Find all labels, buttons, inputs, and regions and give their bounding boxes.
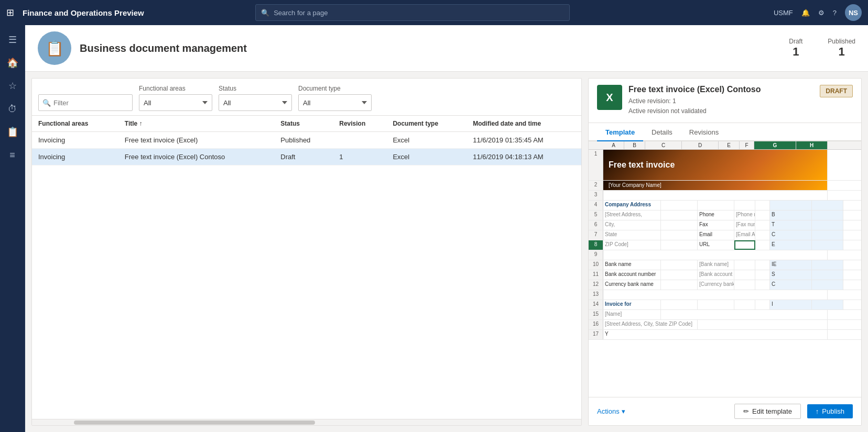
sidebar-item-workspaces[interactable]: 📋 xyxy=(2,121,23,142)
status-label: Status xyxy=(219,85,292,92)
table-row[interactable]: Invoicing Free text invoice (Excel) Cont… xyxy=(32,149,581,165)
cell-10h xyxy=(812,260,843,270)
cell-8a: ZIP Code] xyxy=(603,240,661,250)
row-num-17: 17 xyxy=(589,330,603,339)
edit-template-button[interactable]: ✏ Edit template xyxy=(734,404,801,419)
cell-revision: 1 xyxy=(333,149,386,165)
pencil-icon: ✏ xyxy=(743,407,749,415)
documents-table: Functional areas Title ↑ Status Revision… xyxy=(32,116,581,165)
row-num-13: 13 xyxy=(589,290,603,300)
status-select[interactable]: All xyxy=(219,94,292,111)
cell-14g: I xyxy=(770,300,812,309)
row-num-4: 4 xyxy=(589,201,603,210)
publish-button[interactable]: ↑ Publish xyxy=(807,404,853,418)
search-placeholder: Search for a page xyxy=(274,9,328,17)
filter-input[interactable] xyxy=(38,94,133,111)
table-row[interactable]: Invoicing Free text invoice (Excel) Publ… xyxy=(32,132,581,149)
table-header-row: Functional areas Title ↑ Status Revision… xyxy=(32,116,581,132)
document-type-filter: Document type All xyxy=(298,85,372,111)
excel-row-12: 12 Currency bank name [Currency bank nam… xyxy=(589,280,861,290)
sidebar-item-modules[interactable]: ≡ xyxy=(2,145,23,165)
draft-stat: Draft 1 xyxy=(789,38,802,59)
cell-5h xyxy=(812,211,843,220)
excel-row-8: 8 ZIP Code] URL E xyxy=(589,240,861,250)
col-modified[interactable]: Modified date and time xyxy=(466,116,581,132)
cell-10b xyxy=(661,260,698,270)
col-revision[interactable]: Revision xyxy=(333,116,386,132)
cell-11e xyxy=(755,270,770,280)
cell-8d[interactable] xyxy=(734,240,755,250)
excel-col-headers: A B C D E F G H xyxy=(589,141,861,150)
cell-14c xyxy=(698,300,734,309)
tab-template[interactable]: Template xyxy=(597,123,643,141)
search-bar[interactable]: 🔍 Search for a page xyxy=(255,4,570,21)
col-g: G xyxy=(754,141,796,149)
cell-5b xyxy=(661,211,698,220)
filter-input-wrap: 🔍 xyxy=(38,94,133,111)
excel-row-4: 4 Company Address xyxy=(589,201,861,211)
excel-row-1: 1 Free text invoice xyxy=(589,150,861,181)
notification-icon[interactable]: 🔔 xyxy=(801,9,810,17)
filters-bar: 🔍 Functional areas All Status All xyxy=(32,79,581,116)
col-title[interactable]: Title ↑ xyxy=(118,116,274,132)
cell-6b xyxy=(661,220,698,230)
cell-4b xyxy=(661,201,698,210)
detail-title-area: Free text invoice (Excel) Contoso Active… xyxy=(628,85,813,116)
detail-header: X Free text invoice (Excel) Contoso Acti… xyxy=(589,79,861,123)
page-stats: Draft 1 Published 1 xyxy=(789,38,855,59)
cell-14e xyxy=(755,300,770,309)
cell-7b xyxy=(661,230,698,240)
help-icon[interactable]: ? xyxy=(833,9,837,17)
cell-revision xyxy=(333,132,386,149)
sidebar-item-menu[interactable]: ☰ xyxy=(2,29,23,50)
excel-row-11: 11 Bank account number [Bank account num… xyxy=(589,270,861,280)
sidebar-item-home[interactable]: 🏠 xyxy=(2,52,23,73)
row-num-8: 8 xyxy=(589,240,603,250)
cell-12d xyxy=(734,280,755,290)
detail-validation-status: Active revision not validated xyxy=(628,106,813,116)
cell-8h xyxy=(812,240,843,250)
excel-row-6: 6 City, Fax [Fax number] T xyxy=(589,220,861,230)
publish-label: Publish xyxy=(822,407,844,415)
cell-8b xyxy=(661,240,698,250)
functional-areas-select[interactable]: All xyxy=(139,94,212,111)
cell-functional-areas: Invoicing xyxy=(32,149,118,165)
col-c: C xyxy=(645,141,682,149)
col-status[interactable]: Status xyxy=(274,116,333,132)
tab-details[interactable]: Details xyxy=(643,123,681,141)
cell-7d: [Email Address] xyxy=(734,230,755,240)
excel-row-16: 16 [Street Address, City, State ZIP Code… xyxy=(589,320,861,330)
actions-label: Actions xyxy=(597,407,620,415)
invoice-title: Free text invoice xyxy=(609,160,822,170)
col-document-type[interactable]: Document type xyxy=(386,116,466,132)
body-area: 🔍 Functional areas All Status All xyxy=(25,72,868,432)
template-preview: A B C D E F G H 1 xyxy=(589,141,861,397)
settings-icon[interactable]: ⚙ xyxy=(818,9,824,17)
col-e: E xyxy=(719,141,740,149)
actions-button[interactable]: Actions ▾ xyxy=(597,404,625,418)
cell-10e xyxy=(755,260,770,270)
sidebar-item-recent[interactable]: ⏱ xyxy=(2,98,23,119)
col-functional-areas[interactable]: Functional areas xyxy=(32,116,118,132)
cell-8g: E xyxy=(770,240,812,250)
scroll-thumb[interactable] xyxy=(74,420,315,425)
excel-row-9: 9 xyxy=(589,250,861,260)
cell-7h xyxy=(812,230,843,240)
cell-status: Published xyxy=(274,132,333,149)
cell-10c: [Bank name] xyxy=(698,260,734,270)
row-num-11: 11 xyxy=(589,270,603,280)
cell-6d: [Fax number] xyxy=(734,220,755,230)
row-num-3: 3 xyxy=(589,191,603,200)
row-num-5: 5 xyxy=(589,211,603,220)
tab-revisions[interactable]: Revisions xyxy=(681,123,727,141)
document-type-select[interactable]: All xyxy=(298,94,372,111)
cell-8c: URL xyxy=(698,240,734,250)
cell-7e xyxy=(755,230,770,240)
row-num-6: 6 xyxy=(589,220,603,230)
user-avatar[interactable]: NS xyxy=(845,4,862,21)
sidebar-item-favorites[interactable]: ☆ xyxy=(2,75,23,96)
page-title: Business document management xyxy=(80,42,247,54)
grid-icon[interactable]: ⊞ xyxy=(6,7,14,18)
excel-row-10: 10 Bank name [Bank name] IE xyxy=(589,260,861,270)
horizontal-scrollbar[interactable] xyxy=(32,419,581,425)
